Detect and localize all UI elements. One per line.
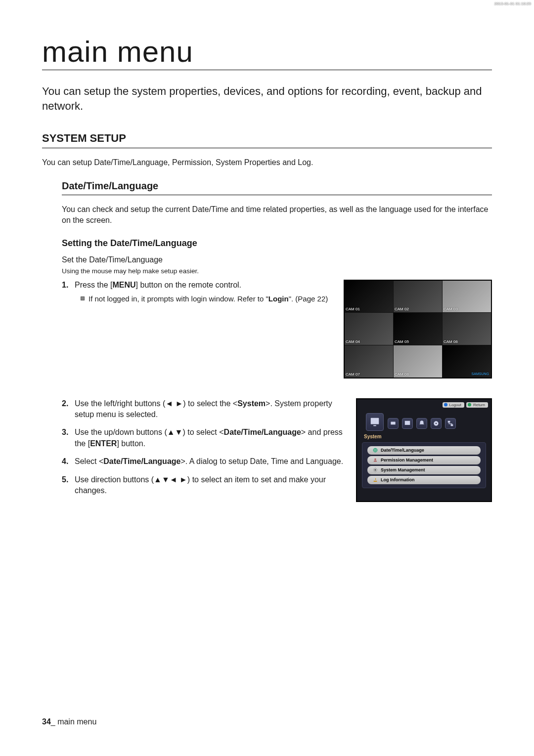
svg-rect-5	[407, 421, 408, 422]
globe-icon	[372, 448, 378, 453]
menu-section-title: System	[364, 434, 486, 439]
menu-item-label: Log Information	[381, 477, 415, 482]
bullet-bold: Login	[268, 294, 289, 303]
cam-label: CAM 01	[346, 307, 360, 311]
step-1-bullet: If not logged in, it prompts with login …	[75, 294, 334, 304]
brand-label: SAMSUNG	[472, 372, 489, 376]
system-menu-list: Date/Time/Language Permission Management…	[362, 442, 486, 488]
menu-item-system-management[interactable]: System Management	[367, 466, 481, 474]
step-bold: System	[237, 399, 266, 408]
user-icon	[372, 458, 378, 463]
svg-rect-2	[391, 421, 395, 424]
page-title: main menu	[42, 35, 492, 70]
step-bold: Date/Time/Language	[224, 428, 301, 436]
svg-point-12	[374, 469, 376, 470]
svg-point-7	[436, 422, 437, 423]
record-tab-icon[interactable]	[402, 418, 413, 429]
step-5: Use direction buttons (▲▼◄ ►) to select …	[62, 474, 346, 497]
menu-item-log-info[interactable]: Log Information	[367, 476, 481, 484]
cam-label: CAM 08	[395, 372, 409, 377]
step-1: Press the [MENU] button on the remote co…	[62, 280, 334, 304]
backup-tab-icon[interactable]	[431, 418, 442, 429]
gear-icon	[372, 467, 378, 473]
system-tab-icon[interactable]	[366, 413, 384, 431]
event-tab-icon[interactable]	[416, 418, 427, 429]
set-dtl-line: Set the Date/Time/Language	[62, 255, 492, 264]
cam-label: CAM 02	[395, 307, 409, 311]
camera-timestamp: 2013-01-01 01:10:25	[494, 1, 531, 6]
camera-grid-screenshot: 2013-01-01 01:10:25 CAM 01 CAM 02 CAM 03…	[344, 280, 492, 378]
step-text: Use direction buttons (▲▼◄ ►) to select …	[75, 475, 326, 495]
footer-label: main menu	[57, 717, 96, 726]
logout-button[interactable]: Logout	[443, 402, 464, 408]
page-intro: You can setup the system properties, dev…	[42, 84, 492, 113]
log-icon	[372, 477, 378, 483]
step-text: Use the left/right buttons (◄ ►) to sele…	[75, 399, 237, 408]
menu-item-date-time-language[interactable]: Date/Time/Language	[367, 446, 481, 455]
step-bold: Date/Time/Language	[103, 457, 180, 465]
cam-label: CAM 05	[395, 339, 409, 344]
svg-rect-8	[448, 420, 450, 422]
svg-rect-4	[405, 421, 406, 422]
footer-sep: _	[51, 717, 57, 726]
menu-item-label: System Management	[381, 467, 425, 472]
heading-system-setup: SYSTEM SETUP	[42, 132, 492, 148]
step-text: ] button.	[117, 439, 145, 448]
menu-item-label: Permission Management	[381, 458, 433, 462]
system-setup-desc: You can setup Date/Time/Language, Permis…	[42, 157, 492, 168]
step-3: Use the up/down buttons (▲▼) to select <…	[62, 427, 346, 449]
menu-item-label: Date/Time/Language	[381, 448, 424, 453]
svg-rect-9	[451, 424, 453, 426]
page-footer: 34_ main menu	[42, 717, 96, 726]
heading-setting-dtl: Setting the Date/Time/Language	[62, 238, 492, 249]
cam-label: CAM 07	[346, 372, 360, 377]
heading-date-time-language: Date/Time/Language	[62, 180, 492, 195]
bullet-text: If not logged in, it prompts with login …	[89, 294, 268, 303]
step-text: ] button on the remote control.	[136, 281, 241, 289]
bullet-text: ". (Page 22)	[289, 294, 328, 303]
return-button[interactable]: Return	[466, 402, 488, 408]
cam-label: CAM 06	[444, 339, 458, 344]
page-number: 34	[42, 717, 51, 726]
svg-rect-0	[371, 418, 379, 424]
menu-item-permission[interactable]: Permission Management	[367, 456, 481, 464]
step-bold: MENU	[112, 281, 135, 289]
system-menu-screenshot: Logout Return	[356, 398, 492, 502]
step-4: Select <Date/Time/Language>. A dialog to…	[62, 456, 346, 467]
step-text: Select <	[75, 457, 103, 465]
step-text: Press the [	[75, 281, 112, 289]
cam-label: CAM 03	[444, 307, 458, 311]
step-text: >. A dialog to setup Date, Time and Lang…	[180, 457, 343, 465]
svg-rect-1	[373, 425, 376, 426]
network-tab-icon[interactable]	[445, 418, 456, 429]
cam-label: CAM 04	[346, 339, 360, 344]
step-bold: ENTER	[90, 439, 117, 448]
step-text: Use the up/down buttons (▲▼) to select <	[75, 428, 224, 436]
device-tab-icon[interactable]	[388, 418, 399, 429]
step-2: Use the left/right buttons (◄ ►) to sele…	[62, 398, 346, 420]
svg-point-11	[374, 459, 376, 460]
mouse-tip: Using the mouse may help make setup easi…	[62, 267, 492, 275]
date-time-language-desc: You can check and setup the current Date…	[62, 204, 492, 226]
